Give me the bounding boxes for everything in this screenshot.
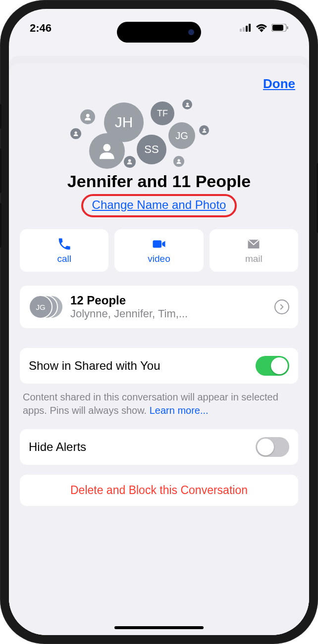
svg-point-7 <box>104 144 111 151</box>
phone-icon <box>57 237 72 251</box>
iphone-frame: 2:46 Done JH TF JG SS <box>0 0 318 644</box>
avatar-generic <box>80 109 95 124</box>
details-sheet: Done JH TF JG SS Jennifer and 11 People … <box>9 63 309 635</box>
svg-point-13 <box>203 128 206 131</box>
side-button <box>0 104 1 129</box>
shared-label: Show in Shared with You <box>29 359 160 373</box>
delete-block-button[interactable]: Delete and Block this Conversation <box>20 475 298 506</box>
mini-avatar-jg: JG <box>29 295 53 319</box>
svg-rect-14 <box>153 241 161 248</box>
shared-with-you-row: Show in Shared with You <box>20 348 298 384</box>
mail-icon <box>246 237 261 251</box>
annotation-highlight: Change Name and Photo <box>81 194 237 217</box>
svg-rect-0 <box>240 29 242 32</box>
avatar-generic <box>173 156 184 167</box>
hide-alerts-row: Hide Alerts <box>20 429 298 465</box>
svg-rect-3 <box>249 24 251 32</box>
svg-point-11 <box>177 159 180 161</box>
svg-point-8 <box>86 114 90 117</box>
hide-alerts-label: Hide Alerts <box>29 440 86 454</box>
svg-point-10 <box>128 159 131 162</box>
avatar-generic <box>89 133 125 169</box>
status-icons <box>240 23 288 32</box>
svg-rect-6 <box>287 26 288 29</box>
shared-toggle[interactable] <box>256 356 289 376</box>
mini-avatar-stack: JG <box>29 294 63 320</box>
status-time: 2:46 <box>30 22 52 35</box>
side-button <box>0 203 1 248</box>
wifi-icon <box>256 23 267 32</box>
done-button[interactable]: Done <box>263 76 295 92</box>
chevron-right-icon <box>274 299 289 314</box>
svg-rect-5 <box>272 25 283 31</box>
dynamic-island <box>117 22 201 43</box>
video-label: video <box>148 253 170 264</box>
change-name-photo-button[interactable]: Change Name and Photo <box>92 198 226 211</box>
people-row[interactable]: JG 12 People Jolynne, Jennifer, Tim,... <box>20 286 298 328</box>
svg-point-12 <box>186 102 189 105</box>
avatar-generic <box>124 156 136 168</box>
avatar-jg: JG <box>168 122 195 149</box>
avatar-ss: SS <box>137 135 166 164</box>
svg-rect-1 <box>243 27 245 32</box>
call-label: call <box>57 253 71 264</box>
learn-more-link[interactable]: Learn more... <box>150 405 209 416</box>
group-avatar-cluster: JH TF JG SS <box>20 98 298 172</box>
action-buttons: call video mail <box>20 229 298 272</box>
people-count: 12 People <box>70 294 267 307</box>
screen: 2:46 Done JH TF JG SS <box>9 9 309 635</box>
shared-help-text: Content shared in this conversation will… <box>23 391 295 417</box>
avatar-generic <box>182 99 192 109</box>
mail-button[interactable]: mail <box>210 229 298 272</box>
side-button <box>0 149 1 193</box>
call-button[interactable]: call <box>20 229 108 272</box>
svg-point-9 <box>74 131 77 134</box>
people-names: Jolynne, Jennifer, Tim,... <box>70 307 267 320</box>
svg-rect-2 <box>246 26 248 32</box>
video-icon <box>152 237 166 251</box>
cellular-icon <box>240 24 252 32</box>
hide-alerts-toggle[interactable] <box>256 437 289 457</box>
mail-label: mail <box>245 253 263 264</box>
avatar-tf: TF <box>151 101 174 125</box>
avatar-generic <box>70 128 81 139</box>
home-indicator[interactable] <box>114 626 204 629</box>
battery-icon <box>271 24 288 32</box>
camera-icon <box>188 29 194 35</box>
group-title: Jennifer and 11 People <box>20 172 298 191</box>
avatar-generic <box>199 125 209 135</box>
video-button[interactable]: video <box>114 229 203 272</box>
